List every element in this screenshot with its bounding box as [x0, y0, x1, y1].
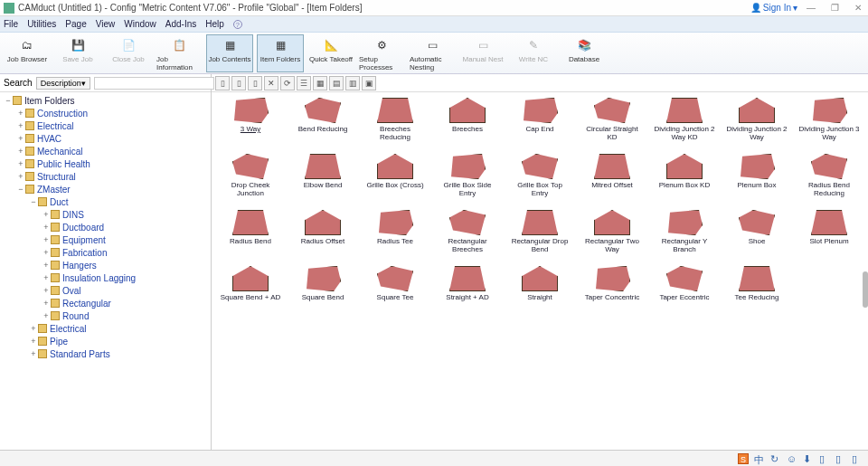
gallery-item[interactable]: Radius Bend	[215, 210, 286, 262]
gallery-item[interactable]: Breeches	[432, 98, 503, 150]
minimize-button[interactable]: —	[805, 3, 817, 13]
gallery-tool-btn-4[interactable]: ⟳	[280, 76, 295, 90]
gallery-item[interactable]: Dividing Junction 2 Way KD	[649, 98, 720, 150]
tree-node-dins[interactable]: +DINS	[0, 208, 211, 221]
gallery-item[interactable]: Rectangular Two Way	[577, 210, 647, 262]
expand-toggle[interactable]: −	[29, 197, 38, 206]
gallery-item[interactable]: Slot Plenum	[794, 210, 864, 262]
gallery-tool-btn-8[interactable]: ▥	[345, 76, 360, 90]
menu-utilities[interactable]: Utilities	[27, 19, 56, 29]
toolbar-database[interactable]: 📚Database	[561, 34, 608, 72]
tree-node-rectangular[interactable]: +Rectangular	[0, 297, 211, 309]
tree-node-structural[interactable]: +Structural	[0, 170, 211, 183]
expand-toggle[interactable]: +	[42, 273, 51, 282]
gallery-item[interactable]: Breeches Reducing	[360, 98, 430, 150]
gallery-tool-btn-6[interactable]: ▦	[313, 76, 327, 90]
tree-node-ductboard[interactable]: +Ductboard	[0, 221, 211, 233]
expand-toggle[interactable]: +	[16, 134, 25, 143]
gallery-tool-btn-3[interactable]: ✕	[264, 76, 278, 90]
expand-toggle[interactable]: +	[29, 324, 38, 333]
expand-toggle[interactable]: +	[42, 311, 51, 320]
toolbar-item-folders[interactable]: ▦Item Folders	[257, 34, 304, 72]
tree-node-round[interactable]: +Round	[0, 309, 211, 322]
gallery-item[interactable]: Square Bend + AD	[215, 266, 286, 319]
expand-toggle[interactable]: +	[16, 121, 25, 130]
tree-node-oval[interactable]: +Oval	[0, 284, 211, 297]
tray-icon-0[interactable]: S	[738, 453, 749, 464]
expand-toggle[interactable]: +	[42, 299, 51, 308]
expand-toggle[interactable]: +	[42, 210, 51, 219]
gallery-item[interactable]: Radius Tee	[360, 210, 430, 262]
tree-node-duct[interactable]: −Duct	[0, 195, 211, 208]
expand-toggle[interactable]: +	[42, 261, 51, 270]
close-button[interactable]: ✕	[852, 3, 864, 13]
tree-node-pipe[interactable]: +Pipe	[0, 335, 211, 347]
menu-page[interactable]: Page	[65, 19, 86, 29]
gallery-item[interactable]: Plenum Box	[722, 154, 792, 206]
expand-toggle[interactable]: +	[29, 349, 38, 358]
tree-node-fabrication[interactable]: +Fabrication	[0, 246, 211, 259]
gallery-tool-btn-7[interactable]: ▤	[329, 76, 344, 90]
gallery-item[interactable]: Taper Eccentric	[649, 266, 720, 319]
tree-node-item-folders[interactable]: −Item Folders	[0, 94, 211, 107]
gallery-item[interactable]: Square Bend	[288, 266, 358, 319]
gallery-tool-btn-1[interactable]: ▯	[231, 76, 246, 90]
tree-node-mechanical[interactable]: +Mechanical	[0, 145, 211, 157]
tray-icon-5[interactable]: ▯	[819, 453, 830, 464]
tray-icon-7[interactable]: ▯	[852, 453, 863, 464]
search-input[interactable]	[94, 77, 214, 90]
gallery-item[interactable]: Grille Box Top Entry	[505, 154, 575, 206]
tray-icon-2[interactable]: ↻	[770, 453, 781, 464]
gallery-tool-btn-0[interactable]: ▯	[215, 76, 230, 90]
tree-node-equipment[interactable]: +Equipment	[0, 233, 211, 246]
gallery-item[interactable]: Plenum Box KD	[649, 154, 720, 206]
search-field-dropdown[interactable]: Description ▾	[36, 77, 90, 90]
gallery-item[interactable]: Dividing Junction 3 Way	[794, 98, 864, 150]
toolbar-job-contents[interactable]: ▦Job Contents	[206, 34, 253, 72]
tree-node-construction[interactable]: +Construction	[0, 107, 211, 119]
tree-node-hvac[interactable]: +HVAC	[0, 132, 211, 145]
gallery-item[interactable]: Straight + AD	[432, 266, 503, 319]
gallery-item[interactable]: Cap End	[505, 98, 575, 150]
gallery-item[interactable]: Grille Box (Cross)	[360, 154, 430, 206]
tree-node-electrical[interactable]: +Electrical	[0, 119, 211, 132]
expand-toggle[interactable]: +	[16, 109, 25, 118]
menu-add-ins[interactable]: Add-Ins	[165, 19, 196, 29]
expand-toggle[interactable]: +	[16, 172, 25, 181]
gallery-item[interactable]: Radius Bend Reducing	[794, 154, 864, 206]
gallery-item[interactable]: Radius Offset	[288, 210, 358, 262]
tree-node-standard-parts[interactable]: +Standard Parts	[0, 347, 211, 360]
tray-icon-4[interactable]: ⬇	[803, 453, 814, 464]
gallery-item[interactable]: Straight	[505, 266, 575, 319]
toolbar-quick-takeoff[interactable]: 📐Quick Takeoff	[307, 34, 354, 72]
restore-button[interactable]: ❐	[828, 3, 841, 13]
gallery-item[interactable]: Shoe	[722, 210, 792, 262]
toolbar-job-information[interactable]: 📋Job Information	[156, 34, 203, 72]
menu-file[interactable]: File	[4, 19, 18, 29]
gallery-tool-btn-9[interactable]: ▣	[362, 76, 376, 90]
expand-toggle[interactable]: +	[42, 235, 51, 244]
gallery-item[interactable]: Rectangular Breeches	[432, 210, 503, 262]
gallery-item[interactable]: Tee Reducing	[722, 266, 792, 319]
gallery-item[interactable]: Taper Concentric	[577, 266, 647, 319]
gallery-item[interactable]: Rectangular Y Branch	[649, 210, 720, 262]
menu-view[interactable]: View	[96, 19, 116, 29]
menu-help[interactable]: Help	[205, 19, 224, 29]
tree-node-insulation-lagging[interactable]: +Insulation Lagging	[0, 271, 211, 284]
help-icon[interactable]: ?	[233, 20, 242, 29]
menu-window[interactable]: Window	[124, 19, 156, 29]
expand-toggle[interactable]: +	[16, 147, 25, 156]
toolbar-job-browser[interactable]: 🗂Job Browser	[4, 34, 51, 72]
tree-node-zmaster[interactable]: −ZMaster	[0, 183, 211, 195]
scrollbar-thumb[interactable]	[863, 271, 868, 308]
gallery-item[interactable]: Grille Box Side Entry	[432, 154, 503, 206]
tree-node-electrical[interactable]: +Electrical	[0, 322, 211, 335]
expand-toggle[interactable]: +	[42, 223, 51, 232]
expand-toggle[interactable]: +	[16, 159, 25, 168]
gallery-tool-btn-5[interactable]: ☰	[297, 76, 311, 90]
gallery-item[interactable]: Dividing Junction 2 Way	[722, 98, 792, 150]
expand-toggle[interactable]: −	[16, 185, 25, 194]
gallery-item[interactable]: Circular Straight KD	[577, 98, 647, 150]
gallery-tool-btn-2[interactable]: ▯	[248, 76, 262, 90]
sign-in-link[interactable]: 👤 Sign In ▾	[750, 3, 797, 13]
